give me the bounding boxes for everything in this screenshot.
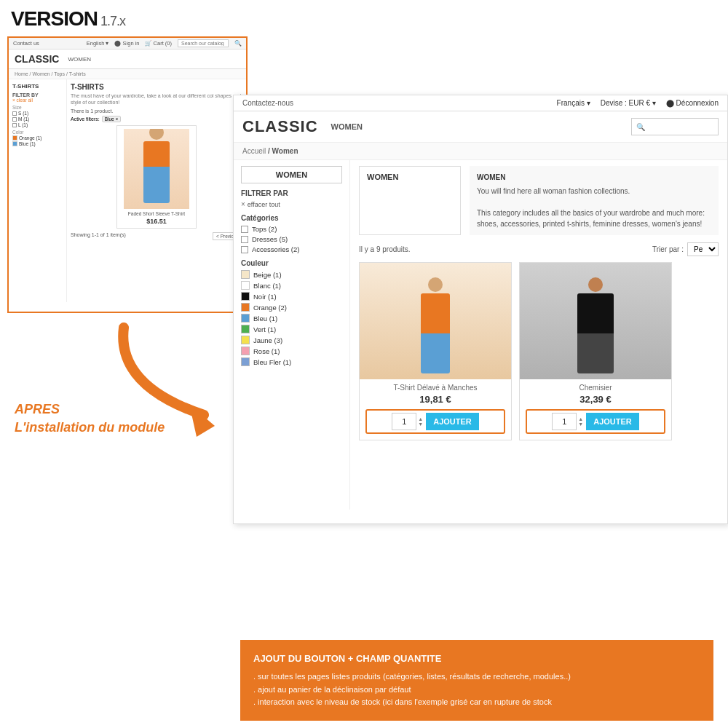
after-person-figure-1 [414,277,457,365]
before-color-orange[interactable]: Orange (1) [12,135,63,141]
before-signin: ⬤ Sign in [114,40,139,47]
after-devise[interactable]: Devise : EUR € ▾ [601,99,656,107]
after-color-orange-label: Orange (2) [253,304,287,312]
after-color-beige-swatch [241,270,250,279]
after-cat-accessories[interactable]: Accessories (2) [241,245,342,253]
after-person-body-1 [421,293,450,333]
after-product-count: Il y a 9 produits. [359,245,411,253]
after-user[interactable]: ⬤ Déconnexion [666,99,719,107]
after-contact[interactable]: Contactez-nous [242,99,293,107]
after-color-blanc-swatch [241,281,250,290]
after-sort-select[interactable]: Pe [687,242,719,256]
after-filtrer-par: FILTRER PAR × effacer tout [241,189,342,208]
after-color-noir-swatch [241,292,250,301]
before-color-label: Color [12,130,63,135]
after-color-jaune-swatch [241,336,250,344]
after-color-blanc-label: Blanc (1) [253,282,281,290]
after-products-grid: T-Shirt Délavé à Manches 19,81 € 1 ▲▼ AJ… [359,262,719,440]
after-color-vert-label: Vert (1) [253,325,276,333]
before-main-desc: The must have of your wardrobe, take a l… [71,92,242,106]
after-product-img-1 [360,263,511,379]
after-categories-label: Catégories [241,214,342,222]
after-cat-dresses-label: Dresses (5) [252,235,288,243]
before-product-figure [135,129,178,209]
after-category-box: WOMEN [359,166,461,235]
after-product-name-2: Chemisier [520,384,671,392]
after-color-bleu[interactable]: Bleu (1) [241,314,342,323]
after-color-bleu-swatch [241,314,250,323]
after-lang[interactable]: Français ▾ [557,99,590,107]
after-product-name-1: T-Shirt Délavé à Manches [360,384,511,392]
after-color-orange[interactable]: Orange (2) [241,303,342,312]
before-active-filter-tag[interactable]: Blue × [102,116,122,122]
after-cat-dresses[interactable]: Dresses (5) [241,235,342,243]
after-color-bleu-label: Bleu (1) [253,314,277,323]
after-product-price-2: 32,39 € [520,394,671,405]
before-cart: 🛒 Cart (0) [145,40,172,47]
before-breadcrumb: Home / Women / Tops / T-shirts [9,69,246,79]
before-search-input[interactable] [178,39,229,47]
after-qty-value-1: 1 [402,417,406,426]
after-color-rose[interactable]: Rose (1) [241,347,342,355]
before-size-m[interactable]: M (1) [12,116,63,122]
after-color-bleufler-label: Bleu Fler (1) [253,358,291,366]
after-person-figure-2 [574,277,617,365]
after-cat-accessories-label: Accessories (2) [252,245,299,253]
before-showing: Showing 1-1 of 1 item(s) [71,232,126,240]
after-nav-women[interactable]: WOMEN [331,122,363,131]
after-color-vert[interactable]: Vert (1) [241,325,342,333]
before-color-blue[interactable]: Blue (1) [12,141,63,146]
after-qty-input-1[interactable]: 1 [392,413,416,430]
after-logo: CLASSIC [242,117,318,136]
after-search-icon: 🔍 [636,123,645,131]
arrow-icon [102,313,248,444]
after-category-desc-text: You will find here all woman fashion col… [477,186,711,229]
after-color-noir[interactable]: Noir (1) [241,292,342,301]
before-sidebar: T-SHIRTS FILTER BY × clear all Size S (1… [9,79,67,302]
after-color-bleufler[interactable]: Bleu Fler (1) [241,357,342,366]
after-search-box[interactable]: 🔍 [631,118,719,135]
before-count: There is 1 product. [71,108,242,114]
after-person-body-2 [577,293,614,333]
info-box-line-3: . interaction avec le niveau de stock (i… [253,696,700,709]
after-topbar: Contactez-nous Français ▾ Devise : EUR €… [234,95,727,111]
after-color-rose-label: Rose (1) [253,347,280,355]
after-color-jaune[interactable]: Jaune (3) [241,336,342,344]
after-categories-section: Catégories Tops (2) Dresses (5) Accessor… [241,214,342,253]
after-cat-tops[interactable]: Tops (2) [241,225,342,233]
after-sort: Trier par : Pe [652,242,719,256]
after-ajouter-btn-2[interactable]: AJOUTER [586,413,639,430]
info-box-text: . sur toutes les pages listes produits (… [253,670,700,709]
after-couleur-label: Couleur [241,259,342,267]
after-product-price-1: 19,81 € [360,394,511,405]
after-add-to-cart-1: 1 ▲▼ AJOUTER [365,409,505,434]
after-person-legs-2 [577,333,614,373]
after-person-head-1 [428,277,443,292]
after-qty-arrows-2[interactable]: ▲▼ [578,416,583,427]
after-color-beige[interactable]: Beige (1) [241,270,342,279]
after-cat-accessories-checkbox [241,246,248,253]
before-search-icon[interactable]: 🔍 [234,40,242,47]
before-person-head [149,129,164,140]
before-filter-color: Color Orange (1) Blue (1) [12,130,63,146]
before-filter-clear[interactable]: × clear all [12,98,63,103]
after-ajouter-btn-1[interactable]: AJOUTER [426,413,479,430]
after-product-card-2: Chemisier 32,39 € 1 ▲▼ AJOUTER [519,262,672,440]
before-nav-women[interactable]: WOMEN [68,56,91,63]
after-clear-all[interactable]: × effacer tout [241,200,342,208]
after-qty-arrows-1[interactable]: ▲▼ [418,416,423,427]
after-couleur-section: Couleur Beige (1) Blanc (1) Noir (1) Ora… [241,259,342,366]
info-box: AJOUT DU BOUTON + CHAMP QUANTITE . sur t… [240,640,713,721]
before-size-label: Size [12,105,63,110]
before-product-image [124,129,189,209]
after-color-blanc[interactable]: Blanc (1) [241,281,342,290]
before-logo: CLASSIC [15,53,59,65]
before-sidebar-title: T-SHIRTS [12,83,63,90]
after-category-header: WOMEN WOMEN You will find here all woman… [359,166,719,235]
before-size-s[interactable]: S (1) [12,111,63,116]
before-size-l[interactable]: L (1) [12,122,63,127]
after-topbar-right: Français ▾ Devise : EUR € ▾ ⬤ Déconnexio… [557,99,719,107]
after-screenshot: Contactez-nous Français ▾ Devise : EUR €… [233,95,728,524]
after-breadcrumb-home[interactable]: Accueil [242,147,266,155]
after-qty-input-2[interactable]: 1 [552,413,577,430]
